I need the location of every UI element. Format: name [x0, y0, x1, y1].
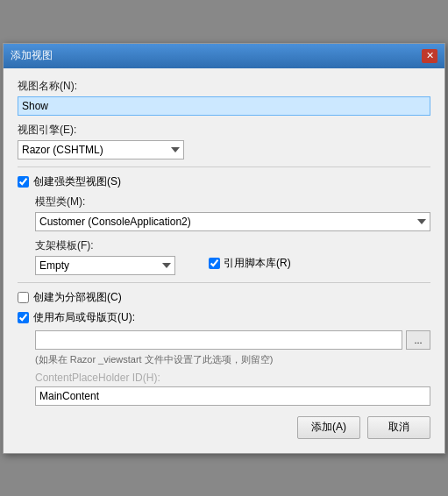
- partial-view-row: 创建为分部视图(C): [18, 290, 430, 305]
- add-button[interactable]: 添加(A): [297, 416, 360, 439]
- reference-scripts-label[interactable]: 引用脚本库(R): [224, 256, 291, 271]
- content-placeholder-row: ContentPlaceHolder ID(H):: [35, 372, 430, 406]
- strongly-typed-label[interactable]: 创建强类型视图(S): [33, 174, 121, 189]
- model-class-label: 模型类(M):: [35, 195, 430, 209]
- model-class-select[interactable]: Customer (ConsoleApplication2): [35, 212, 430, 231]
- strongly-typed-section: 模型类(M): Customer (ConsoleApplication2) 支…: [35, 195, 430, 275]
- dialog-body: 视图名称(N): 视图引擎(E): Razor (CSHTML) ASPX (V…: [4, 68, 444, 453]
- use-layout-row: 使用布局或母版页(U):: [18, 310, 430, 325]
- content-placeholder-input[interactable]: [35, 386, 430, 406]
- scaffold-template-select[interactable]: Empty Create Delete Details Edit List: [35, 256, 175, 275]
- reference-scripts-wrap: 引用脚本库(R): [209, 256, 291, 271]
- view-engine-label: 视图引擎(E):: [18, 123, 430, 138]
- dialog-title: 添加视图: [11, 48, 53, 63]
- layout-path-row: ... (如果在 Razor _viewstart 文件中设置了此选项，则留空)…: [35, 330, 430, 406]
- layout-path-wrap: ...: [35, 330, 430, 350]
- strongly-typed-row: 创建强类型视图(S): [18, 174, 430, 189]
- scaffold-select-wrap: 支架模板(F): Empty Create Delete Details Edi…: [35, 238, 202, 275]
- scaffold-template-label: 支架模板(F):: [35, 238, 202, 253]
- partial-view-label[interactable]: 创建为分部视图(C): [33, 290, 122, 305]
- use-layout-label[interactable]: 使用布局或母版页(U):: [33, 310, 135, 325]
- cancel-button[interactable]: 取消: [367, 416, 430, 439]
- browse-button[interactable]: ...: [406, 330, 430, 350]
- view-engine-select[interactable]: Razor (CSHTML) ASPX (VB) ASPX (C#): [18, 140, 184, 159]
- partial-view-checkbox[interactable]: [18, 292, 29, 303]
- layout-path-input[interactable]: [35, 330, 402, 350]
- bottom-buttons: 添加(A) 取消: [18, 416, 430, 443]
- hint-text: (如果在 Razor _viewstart 文件中设置了此选项，则留空): [35, 353, 430, 366]
- view-name-input[interactable]: [18, 96, 430, 116]
- strongly-typed-checkbox[interactable]: [18, 176, 29, 188]
- view-name-label: 视图名称(N):: [18, 79, 430, 94]
- divider-2: [18, 282, 430, 283]
- use-layout-checkbox[interactable]: [18, 312, 29, 323]
- scaffold-template-row: 支架模板(F): Empty Create Delete Details Edi…: [35, 238, 430, 275]
- title-bar: 添加视图 ✕: [4, 44, 444, 68]
- model-class-row: 模型类(M): Customer (ConsoleApplication2): [35, 195, 430, 231]
- content-placeholder-label: ContentPlaceHolder ID(H):: [35, 372, 430, 384]
- add-view-dialog: 添加视图 ✕ 视图名称(N): 视图引擎(E): Razor (CSHTML) …: [3, 43, 445, 454]
- close-button[interactable]: ✕: [422, 49, 437, 63]
- view-engine-row: 视图引擎(E): Razor (CSHTML) ASPX (VB) ASPX (…: [18, 123, 430, 159]
- view-name-row: 视图名称(N):: [18, 79, 430, 116]
- divider-1: [18, 167, 430, 167]
- reference-scripts-checkbox[interactable]: [209, 258, 220, 269]
